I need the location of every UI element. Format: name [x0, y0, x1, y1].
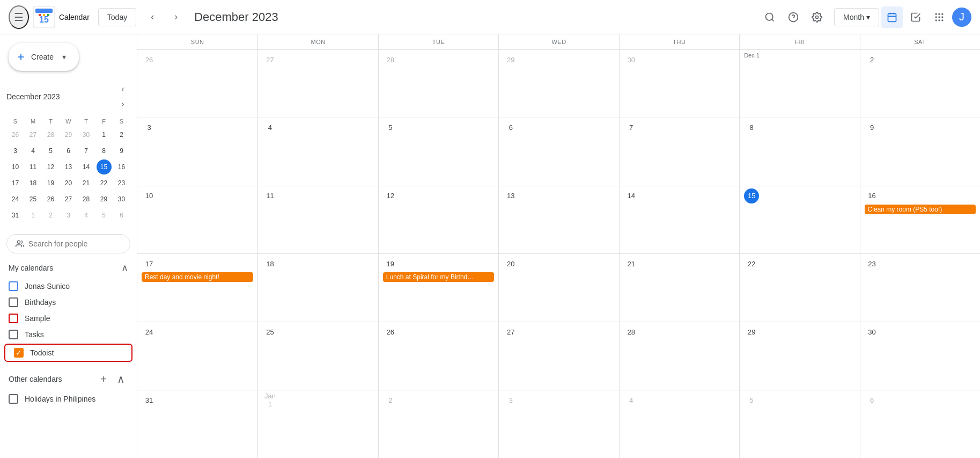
next-button[interactable]: › — [166, 8, 186, 27]
date-4[interactable]: 4 — [262, 120, 277, 135]
date-8[interactable]: 8 — [744, 120, 759, 135]
date-9[interactable]: 9 — [865, 120, 880, 135]
mini-cal-day[interactable]: 27 — [61, 192, 76, 207]
date-2[interactable]: 2 — [865, 52, 880, 67]
date-jan2[interactable]: 2 — [383, 392, 398, 408]
cell-jan3[interactable]: 3 — [498, 390, 618, 458]
mini-cal-day[interactable]: 26 — [8, 127, 23, 142]
date-17[interactable]: 17 — [142, 256, 157, 271]
todoist-checkbox[interactable]: ✓ — [14, 348, 24, 358]
date-27[interactable]: 27 — [262, 52, 277, 67]
help-button[interactable] — [783, 6, 804, 28]
cell-18[interactable]: 18 — [257, 254, 378, 322]
mini-cal-day[interactable]: 29 — [61, 127, 76, 142]
cell-30-nov[interactable]: 30 — [619, 50, 739, 118]
cell-jan5[interactable]: 5 — [739, 390, 859, 458]
cell-16[interactable]: 16 Clean my room (PS5 too!) — [860, 186, 980, 254]
cell-22[interactable]: 22 — [739, 254, 859, 322]
date-19[interactable]: 19 — [383, 256, 398, 271]
date-26[interactable]: 26 — [142, 52, 157, 67]
cell-10[interactable]: 10 — [137, 186, 257, 254]
date-30b[interactable]: 30 — [865, 324, 880, 339]
mini-cal-day[interactable]: 6 — [114, 208, 129, 223]
mini-cal-day[interactable]: 17 — [8, 176, 23, 191]
event-clean-room[interactable]: Clean my room (PS5 too!) — [865, 205, 976, 214]
date-12[interactable]: 12 — [383, 188, 398, 203]
cell-31[interactable]: 31 — [137, 390, 257, 458]
date-31[interactable]: 31 — [142, 392, 157, 408]
settings-button[interactable] — [806, 6, 828, 28]
cell-3[interactable]: 3 — [137, 118, 257, 186]
mini-cal-day[interactable]: 7 — [79, 143, 94, 158]
cell-11[interactable]: 11 — [257, 186, 378, 254]
mini-cal-day[interactable]: 4 — [79, 208, 94, 223]
calendar-item-todoist[interactable]: ✓ Todoist — [5, 345, 131, 361]
mini-cal-day[interactable]: 22 — [97, 176, 112, 191]
mini-cal-day[interactable]: 13 — [61, 159, 76, 175]
account-button[interactable]: J — [952, 8, 971, 27]
mini-cal-day[interactable]: 1 — [26, 208, 41, 223]
cell-26-nov[interactable]: 26 — [137, 50, 257, 118]
mini-cal-day[interactable]: 18 — [26, 176, 41, 191]
mini-cal-day[interactable]: 10 — [8, 159, 23, 175]
mini-cal-day[interactable]: 12 — [43, 159, 58, 175]
date-11[interactable]: 11 — [262, 188, 277, 203]
sample-checkbox[interactable] — [9, 314, 18, 323]
menu-button[interactable]: ☰ — [9, 5, 29, 29]
cell-jan2[interactable]: 2 — [378, 390, 498, 458]
mini-cal-day[interactable]: 1 — [97, 127, 112, 142]
mini-cal-day[interactable]: 29 — [97, 192, 112, 207]
date-21[interactable]: 21 — [624, 256, 639, 271]
cell-8[interactable]: 8 — [739, 118, 859, 186]
date-jan6[interactable]: 6 — [865, 392, 880, 408]
date-18[interactable]: 18 — [262, 256, 277, 271]
today-button[interactable]: Today — [98, 8, 136, 26]
tasks-checkbox[interactable] — [9, 330, 18, 339]
cell-28[interactable]: 28 — [619, 322, 739, 390]
cell-9[interactable]: 9 — [860, 118, 980, 186]
cell-6[interactable]: 6 — [498, 118, 618, 186]
cell-29-nov[interactable]: 29 — [498, 50, 618, 118]
jonas-checkbox[interactable] — [9, 281, 18, 291]
mini-cal-day[interactable]: 27 — [26, 127, 41, 142]
mini-cal-day[interactable]: 20 — [61, 176, 76, 191]
mini-cal-day[interactable]: 2 — [114, 127, 129, 142]
calendar-item-tasks[interactable]: Tasks — [0, 326, 137, 343]
cell-29[interactable]: 29 — [739, 322, 859, 390]
cell-dec1[interactable]: Dec 1 — [739, 50, 859, 118]
holidays-checkbox[interactable] — [9, 394, 18, 404]
cell-13[interactable]: 13 — [498, 186, 618, 254]
date-27b[interactable]: 27 — [503, 324, 518, 339]
date-20[interactable]: 20 — [503, 256, 518, 271]
calendar-view-button[interactable] — [881, 6, 903, 28]
cell-dec2[interactable]: 2 — [860, 50, 980, 118]
cell-21[interactable]: 21 — [619, 254, 739, 322]
mini-cal-prev[interactable]: ‹ — [115, 82, 130, 97]
cell-5[interactable]: 5 — [378, 118, 498, 186]
date-jan3[interactable]: 3 — [503, 392, 518, 408]
my-calendars-header[interactable]: My calendars ∧ — [0, 258, 137, 278]
date-13[interactable]: 13 — [503, 188, 518, 203]
people-search[interactable] — [6, 234, 130, 253]
cell-15[interactable]: 15 — [739, 186, 859, 254]
mini-cal-day[interactable]: 6 — [61, 143, 76, 158]
date-10[interactable]: 10 — [142, 188, 157, 203]
calendar-item-jonas[interactable]: Jonas Sunico — [0, 278, 137, 294]
cell-23[interactable]: 23 — [860, 254, 980, 322]
date-23[interactable]: 23 — [865, 256, 880, 271]
cell-30[interactable]: 30 — [860, 322, 980, 390]
date-14[interactable]: 14 — [624, 188, 639, 203]
date-7[interactable]: 7 — [624, 120, 639, 135]
date-28[interactable]: 28 — [383, 52, 398, 67]
apps-button[interactable] — [929, 6, 950, 28]
create-button[interactable]: + Create ▾ — [9, 43, 79, 71]
mini-cal-day[interactable]: 26 — [43, 192, 58, 207]
date-25[interactable]: 25 — [262, 324, 277, 339]
mini-cal-day[interactable]: 14 — [79, 159, 94, 175]
cell-25[interactable]: 25 — [257, 322, 378, 390]
date-26b[interactable]: 26 — [383, 324, 398, 339]
view-month-button[interactable]: Month ▾ — [835, 9, 879, 26]
date-6[interactable]: 6 — [503, 120, 518, 135]
mini-cal-day[interactable]: 4 — [26, 143, 41, 158]
cell-24[interactable]: 24 — [137, 322, 257, 390]
